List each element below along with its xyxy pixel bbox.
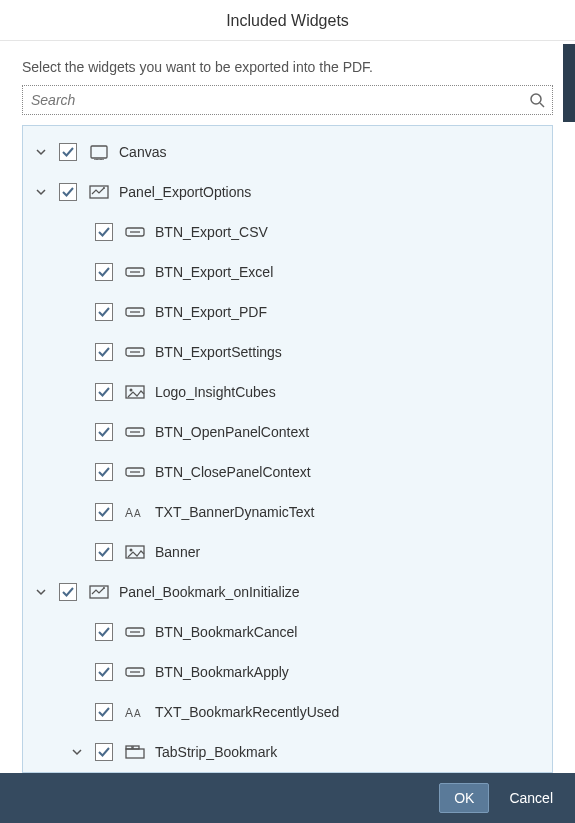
tree-row-label: Panel_ExportOptions (119, 184, 251, 200)
svg-point-0 (531, 94, 541, 104)
search-field-wrap (22, 85, 553, 115)
chevron-down-icon (69, 224, 85, 240)
chevron-down-icon (69, 384, 85, 400)
tree-row-label: TXT_BookmarkRecentlyUsed (155, 704, 339, 720)
checkbox[interactable] (59, 143, 77, 161)
tree-row[interactable]: Panel_Bookmark_onInitialize (23, 572, 552, 612)
tree-row[interactable]: TXT_BookmarkRecentlyUsed (23, 692, 552, 732)
checkbox[interactable] (95, 383, 113, 401)
checkbox[interactable] (95, 303, 113, 321)
checkbox[interactable] (95, 543, 113, 561)
svg-line-1 (540, 103, 544, 107)
chevron-down-icon[interactable] (33, 184, 49, 200)
tree-row-label: Panel_Bookmark_onInitialize (119, 584, 300, 600)
panel-icon (89, 184, 109, 200)
chevron-down-icon (69, 264, 85, 280)
search-icon (529, 92, 545, 108)
checkbox[interactable] (59, 183, 77, 201)
checkbox[interactable] (95, 503, 113, 521)
included-widgets-dialog: Included Widgets Select the widgets you … (0, 0, 575, 823)
tree-row[interactable]: BTN_ClosePanelContext (23, 452, 552, 492)
button-icon (125, 304, 145, 320)
widget-tree[interactable]: CanvasPanel_ExportOptionsBTN_Export_CSVB… (22, 125, 553, 773)
tree-row-label: Logo_InsightCubes (155, 384, 276, 400)
chevron-down-icon (69, 344, 85, 360)
chevron-down-icon (69, 664, 85, 680)
tree-row-label: BTN_Export_Excel (155, 264, 273, 280)
chevron-down-icon (69, 504, 85, 520)
image-icon (125, 544, 145, 560)
tree-row-label: BTN_Export_CSV (155, 224, 268, 240)
dialog-footer: OK Cancel (0, 773, 575, 823)
button-icon (125, 624, 145, 640)
dialog-instructions: Select the widgets you want to be export… (0, 41, 575, 85)
chevron-down-icon[interactable] (33, 144, 49, 160)
tree-row[interactable]: BTN_BookmarkApply (23, 652, 552, 692)
tree-row-label: BTN_OpenPanelContext (155, 424, 309, 440)
chevron-down-icon (69, 424, 85, 440)
chevron-down-icon (69, 704, 85, 720)
button-icon (125, 664, 145, 680)
checkbox[interactable] (95, 223, 113, 241)
scrollbar-thumb[interactable] (563, 44, 575, 122)
button-icon (125, 424, 145, 440)
chevron-down-icon[interactable] (69, 744, 85, 760)
tree-row[interactable]: BTN_ExportSettings (23, 332, 552, 372)
cancel-button[interactable]: Cancel (505, 784, 557, 812)
checkbox[interactable] (95, 663, 113, 681)
tree-row[interactable]: BTN_Export_CSV (23, 212, 552, 252)
checkbox[interactable] (59, 583, 77, 601)
checkbox[interactable] (95, 743, 113, 761)
tree-row-label: BTN_BookmarkCancel (155, 624, 297, 640)
chevron-down-icon (69, 624, 85, 640)
chevron-down-icon (69, 464, 85, 480)
tree-row-label: BTN_Export_PDF (155, 304, 267, 320)
checkbox[interactable] (95, 623, 113, 641)
tree-row-label: BTN_ExportSettings (155, 344, 282, 360)
chevron-down-icon (69, 544, 85, 560)
checkbox[interactable] (95, 263, 113, 281)
tree-row-label: BTN_BookmarkApply (155, 664, 289, 680)
button-icon (125, 224, 145, 240)
tree-row[interactable]: Panel_ExportOptions (23, 172, 552, 212)
button-icon (125, 344, 145, 360)
checkbox[interactable] (95, 343, 113, 361)
dialog-title: Included Widgets (0, 0, 575, 41)
tree-row[interactable]: BTN_OpenPanelContext (23, 412, 552, 452)
tree-row[interactable]: TXT_BannerDynamicText (23, 492, 552, 532)
image-icon (125, 384, 145, 400)
tree-row-label: TabStrip_Bookmark (155, 744, 277, 760)
tree-row-label: Banner (155, 544, 200, 560)
canvas-icon (89, 144, 109, 160)
checkbox[interactable] (95, 423, 113, 441)
tree-row-label: Canvas (119, 144, 166, 160)
panel-icon (89, 584, 109, 600)
tree-row[interactable]: BTN_Export_PDF (23, 292, 552, 332)
ok-button[interactable]: OK (439, 783, 489, 813)
tree-row[interactable]: Logo_InsightCubes (23, 372, 552, 412)
tabstrip-icon (125, 744, 145, 760)
text-icon (125, 704, 145, 720)
checkbox[interactable] (95, 703, 113, 721)
chevron-down-icon (69, 304, 85, 320)
button-icon (125, 464, 145, 480)
tree-row-label: TXT_BannerDynamicText (155, 504, 315, 520)
search-input[interactable] (22, 85, 553, 115)
tree-row[interactable]: Canvas (23, 132, 552, 172)
tree-row-label: BTN_ClosePanelContext (155, 464, 311, 480)
tree-row[interactable]: BTN_BookmarkCancel (23, 612, 552, 652)
tree-row[interactable]: BTN_Export_Excel (23, 252, 552, 292)
button-icon (125, 264, 145, 280)
tree-row[interactable]: Banner (23, 532, 552, 572)
text-icon (125, 504, 145, 520)
chevron-down-icon[interactable] (33, 584, 49, 600)
tree-row[interactable]: TabStrip_Bookmark (23, 732, 552, 772)
checkbox[interactable] (95, 463, 113, 481)
